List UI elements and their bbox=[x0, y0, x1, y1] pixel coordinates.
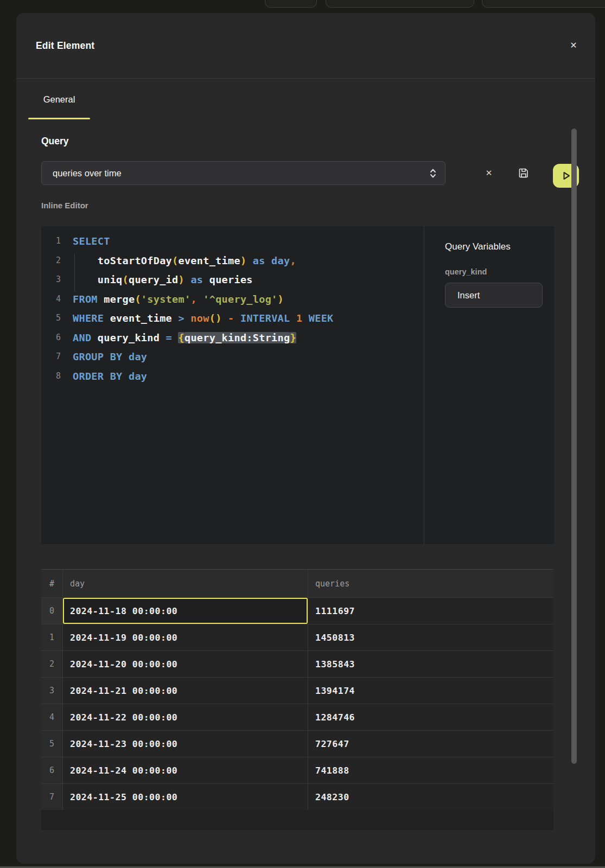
code-token: WHERE bbox=[73, 312, 110, 324]
code-token: toStartOfDay bbox=[98, 255, 172, 266]
code-token: () bbox=[209, 312, 222, 324]
column-header: # bbox=[41, 570, 63, 597]
row-index-cell: 1 bbox=[41, 624, 63, 650]
line-number: 6 bbox=[41, 328, 61, 348]
query-section-heading: Query bbox=[41, 136, 69, 147]
code-line[interactable]: 7GROUP BY day bbox=[41, 347, 424, 367]
row-index-cell: 7 bbox=[41, 783, 63, 810]
query-variables-panel: Query Variables query_kind Insert bbox=[424, 226, 554, 544]
code-token bbox=[184, 274, 190, 285]
code-token: as day bbox=[253, 255, 290, 266]
code-token bbox=[222, 312, 228, 324]
line-number: 7 bbox=[41, 347, 61, 367]
table-row: 12024-11-19 00:00:001450813 bbox=[41, 624, 553, 650]
modal-scrollbar[interactable] bbox=[571, 129, 577, 764]
query-select-value: queries over time bbox=[53, 168, 122, 178]
code-token: , bbox=[190, 293, 196, 305]
code-token: WEEK bbox=[309, 312, 334, 324]
insert-variable-button[interactable]: Insert bbox=[445, 283, 543, 308]
row-index-cell: 2 bbox=[41, 650, 63, 677]
code-line[interactable]: 3 uniq(query_id) as queries bbox=[41, 270, 424, 290]
row-index-cell: 4 bbox=[41, 704, 63, 730]
day-cell[interactable]: 2024-11-23 00:00:00 bbox=[63, 730, 308, 757]
close-icon[interactable]: ✕ bbox=[565, 37, 582, 54]
code-token: uniq bbox=[98, 274, 123, 285]
code-token: event_time bbox=[178, 255, 240, 266]
day-cell[interactable]: 2024-11-20 00:00:00 bbox=[63, 650, 308, 677]
code-token: query_kind bbox=[98, 332, 166, 343]
modal-header: Edit Element ✕ bbox=[16, 13, 595, 79]
row-index-cell: 0 bbox=[41, 597, 63, 624]
code-token: 'system' bbox=[141, 293, 191, 305]
play-icon bbox=[561, 170, 571, 181]
code-token: , bbox=[290, 255, 296, 266]
day-cell[interactable]: 2024-11-21 00:00:00 bbox=[63, 677, 308, 704]
code-token: now bbox=[190, 312, 209, 324]
queries-cell[interactable]: 727647 bbox=[308, 730, 553, 757]
code-token: FROM bbox=[73, 293, 104, 305]
code-lines[interactable]: 1SELECT2 toStartOfDay(event_time) as day… bbox=[41, 226, 424, 544]
code-token: merge bbox=[104, 293, 135, 305]
code-line[interactable]: 8ORDER BY day bbox=[41, 367, 424, 386]
column-header: day bbox=[63, 570, 308, 597]
code-token bbox=[73, 274, 98, 285]
queries-cell[interactable]: 1450813 bbox=[308, 624, 553, 650]
save-icon[interactable] bbox=[515, 161, 532, 185]
line-number: 3 bbox=[41, 270, 61, 290]
line-number: 1 bbox=[41, 232, 61, 251]
day-cell[interactable]: 2024-11-24 00:00:00 bbox=[63, 757, 308, 783]
code-token: { bbox=[178, 332, 184, 343]
tab-general[interactable]: General bbox=[28, 79, 90, 120]
indent-guide bbox=[74, 253, 75, 292]
chevron-up-down-icon bbox=[430, 168, 436, 178]
code-token: ( bbox=[172, 255, 178, 266]
clear-query-icon[interactable]: ✕ bbox=[481, 161, 497, 185]
table-row: 02024-11-18 00:00:001111697 bbox=[41, 597, 553, 624]
variable-name-label: query_kind bbox=[445, 267, 554, 276]
code-line[interactable]: 4FROM merge('system', '^query_log') bbox=[41, 290, 424, 309]
line-number: 8 bbox=[41, 367, 61, 386]
line-number: 5 bbox=[41, 309, 61, 328]
code-token: query_id bbox=[129, 274, 179, 285]
code-line[interactable]: 2 toStartOfDay(event_time) as day, bbox=[41, 251, 424, 271]
day-cell[interactable]: 2024-11-22 00:00:00 bbox=[63, 704, 308, 730]
code-token: ) bbox=[240, 255, 246, 266]
queries-cell[interactable]: 248230 bbox=[308, 783, 553, 810]
queries-cell[interactable]: 1284746 bbox=[308, 704, 553, 730]
line-number: 2 bbox=[41, 251, 61, 271]
row-index-cell: 5 bbox=[41, 730, 63, 757]
queries-cell[interactable]: 741888 bbox=[308, 757, 553, 783]
day-cell[interactable]: 2024-11-19 00:00:00 bbox=[63, 624, 308, 650]
day-cell[interactable]: 2024-11-25 00:00:00 bbox=[63, 783, 308, 810]
code-line[interactable]: 1SELECT bbox=[41, 232, 424, 251]
background-panel bbox=[265, 0, 317, 8]
query-select[interactable]: queries over time bbox=[41, 161, 445, 185]
code-token: INTERVAL bbox=[240, 312, 296, 324]
code-token: } bbox=[290, 332, 296, 343]
code-token: query_kind:String bbox=[184, 332, 290, 343]
edit-element-modal: Edit Element ✕ General Query queries ove… bbox=[16, 13, 595, 864]
code-token: ) bbox=[278, 293, 284, 305]
results-table: #dayqueries02024-11-18 00:00:00111169712… bbox=[41, 569, 553, 830]
code-line[interactable]: 5WHERE event_time > now() - INTERVAL 1 W… bbox=[41, 309, 424, 328]
query-toolbar: queries over time ✕ bbox=[41, 161, 579, 185]
code-token: = bbox=[166, 332, 179, 343]
table-row: 72024-11-25 00:00:00248230 bbox=[41, 783, 553, 810]
table-row: 62024-11-24 00:00:00741888 bbox=[41, 757, 553, 783]
line-number: 4 bbox=[41, 290, 61, 309]
code-token: AND bbox=[73, 332, 98, 343]
code-line[interactable]: 6AND query_kind = {query_kind:String} bbox=[41, 328, 424, 348]
code-token: queries bbox=[209, 274, 253, 285]
queries-cell[interactable]: 1394174 bbox=[308, 677, 553, 704]
code-token: ( bbox=[135, 293, 141, 305]
day-cell[interactable]: 2024-11-18 00:00:00 bbox=[63, 597, 308, 624]
table-row: 42024-11-22 00:00:001284746 bbox=[41, 704, 553, 730]
code-token: '^query_log' bbox=[203, 293, 277, 305]
code-token: ( bbox=[123, 274, 129, 285]
modal-title: Edit Element bbox=[36, 13, 94, 78]
queries-cell[interactable]: 1111697 bbox=[308, 597, 553, 624]
query-variables-title: Query Variables bbox=[445, 241, 554, 252]
inline-editor-label: Inline Editor bbox=[41, 201, 88, 210]
queries-cell[interactable]: 1385843 bbox=[308, 650, 553, 677]
code-token: - bbox=[228, 312, 234, 324]
